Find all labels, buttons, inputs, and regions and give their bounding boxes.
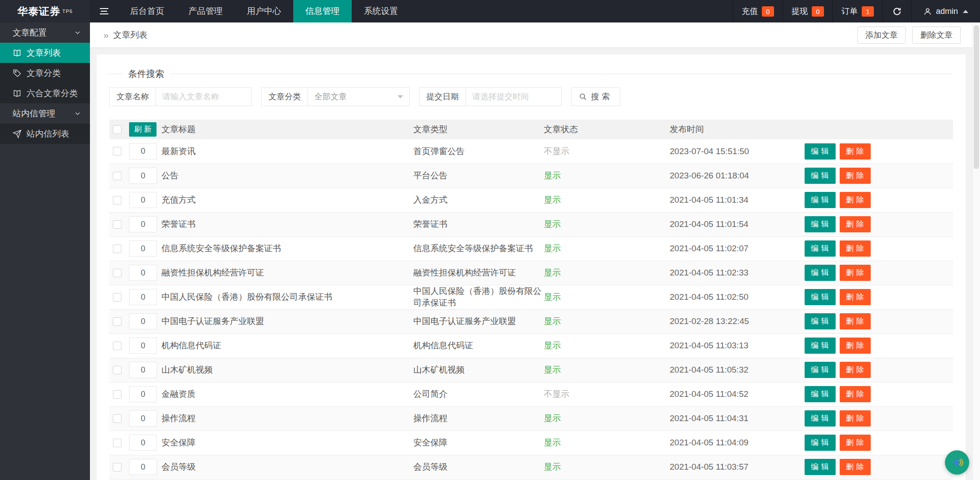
edit-button[interactable]: 编辑	[805, 435, 836, 451]
edit-button[interactable]: 编辑	[805, 240, 836, 257]
article-status-toggle[interactable]: 不显示	[544, 382, 670, 406]
row-checkbox[interactable]	[113, 390, 121, 399]
sort-order-input[interactable]	[129, 289, 157, 305]
page-scrollbar[interactable]	[972, 22, 980, 480]
nav-item-home[interactable]: 后台首页	[118, 0, 176, 22]
sort-order-input[interactable]	[129, 362, 157, 378]
sort-order-input[interactable]	[129, 386, 157, 402]
add-article-button[interactable]: 添加文章	[857, 27, 906, 44]
article-status-toggle[interactable]: 显示	[544, 212, 670, 236]
edit-button[interactable]: 编辑	[805, 168, 836, 184]
row-checkbox[interactable]	[113, 366, 121, 374]
nav-item-users[interactable]: 用户中心	[235, 0, 293, 22]
delete-button[interactable]: 删除	[840, 435, 871, 451]
article-title: 机构信息代码证	[161, 333, 413, 358]
sort-order-input[interactable]	[129, 410, 157, 427]
article-status-toggle[interactable]: 显示	[544, 261, 670, 285]
sort-order-input[interactable]	[129, 192, 157, 208]
row-checkbox[interactable]	[113, 463, 121, 471]
sidebar-item-article-category[interactable]: 文章分类	[0, 63, 90, 83]
select-all-checkbox[interactable]	[113, 125, 121, 134]
delete-button[interactable]: 删除	[840, 192, 871, 208]
delete-button[interactable]: 删除	[840, 338, 871, 354]
sidebar-item-message-list[interactable]: 站内信列表	[0, 124, 90, 144]
delete-button[interactable]: 删除	[840, 459, 871, 475]
header-stat-withdraw[interactable]: 提现0	[783, 0, 832, 22]
delete-button[interactable]: 删除	[840, 265, 871, 281]
article-status-toggle[interactable]: 显示	[544, 164, 670, 188]
edit-button[interactable]: 编辑	[805, 410, 836, 427]
row-checkbox[interactable]	[113, 244, 121, 253]
edit-button[interactable]: 编辑	[805, 216, 836, 232]
nav-item-info[interactable]: 信息管理	[293, 0, 352, 22]
sidebar-item-article-list[interactable]: 文章列表	[0, 43, 90, 63]
row-checkbox[interactable]	[113, 172, 121, 180]
article-status-toggle[interactable]: 显示	[544, 406, 670, 431]
row-checkbox[interactable]	[113, 147, 121, 156]
delete-button[interactable]: 删除	[840, 168, 871, 184]
edit-button[interactable]: 编辑	[805, 338, 836, 354]
sidebar-toggle-icon[interactable]	[90, 0, 118, 22]
article-status-toggle[interactable]: 显示	[544, 285, 670, 309]
article-category-select[interactable]: 全部文章	[308, 88, 409, 106]
row-checkbox[interactable]	[113, 196, 121, 204]
sort-order-input[interactable]	[129, 168, 157, 184]
edit-button[interactable]: 编辑	[805, 386, 836, 402]
row-checkbox[interactable]	[113, 220, 121, 229]
article-status-toggle[interactable]: 显示	[544, 431, 670, 455]
article-status-toggle[interactable]: 不显示	[544, 139, 670, 164]
article-status-toggle[interactable]: 显示	[544, 309, 670, 333]
edit-button[interactable]: 编辑	[805, 192, 836, 208]
delete-button[interactable]: 删除	[840, 313, 871, 329]
delete-button[interactable]: 删除	[840, 410, 871, 427]
top-header: 华泰证券TP6 后台首页产品管理用户中心信息管理系统设置 充值0提现0订单1 a…	[0, 0, 980, 22]
row-checkbox[interactable]	[113, 293, 121, 302]
sort-order-input[interactable]	[129, 313, 157, 329]
header-stat-recharge[interactable]: 充值0	[733, 0, 783, 22]
edit-button[interactable]: 编辑	[805, 459, 836, 475]
sort-order-input[interactable]	[129, 338, 157, 354]
refresh-table-button[interactable]: 刷新	[129, 122, 157, 137]
announcement-audio-button[interactable]	[945, 450, 969, 475]
delete-article-button[interactable]: 删除文章	[912, 27, 961, 44]
refresh-icon[interactable]	[882, 0, 911, 22]
sidebar-item-liuhe-article-category[interactable]: 六合文章分类	[0, 83, 90, 103]
sort-order-input[interactable]	[129, 216, 157, 232]
sort-order-input[interactable]	[129, 143, 157, 160]
sidebar-group-article-config[interactable]: 文章配置	[0, 22, 90, 43]
nav-item-settings[interactable]: 系统设置	[352, 0, 410, 22]
edit-button[interactable]: 编辑	[805, 313, 836, 329]
edit-button[interactable]: 编辑	[805, 265, 836, 281]
edit-button[interactable]: 编辑	[805, 289, 836, 305]
row-checkbox[interactable]	[113, 342, 121, 350]
search-button[interactable]: 搜索	[571, 87, 620, 106]
article-status-toggle[interactable]: 显示	[544, 455, 670, 479]
sidebar-group-message[interactable]: 站内信管理	[0, 103, 90, 124]
article-status-toggle[interactable]: 显示	[544, 188, 670, 212]
delete-button[interactable]: 删除	[840, 216, 871, 232]
article-name-input[interactable]	[156, 88, 251, 106]
edit-button[interactable]: 编辑	[805, 362, 836, 378]
row-checkbox[interactable]	[113, 439, 121, 447]
delete-button[interactable]: 删除	[840, 386, 871, 402]
submit-date-input[interactable]	[466, 88, 561, 106]
header-stat-orders[interactable]: 订单1	[832, 0, 882, 22]
nav-item-products[interactable]: 产品管理	[176, 0, 235, 22]
edit-button[interactable]: 编辑	[805, 143, 836, 160]
article-status-toggle[interactable]: 显示	[544, 358, 670, 382]
sort-order-input[interactable]	[129, 459, 157, 475]
row-checkbox[interactable]	[113, 317, 121, 326]
scrollbar-thumb[interactable]	[974, 25, 979, 169]
delete-button[interactable]: 删除	[840, 289, 871, 305]
user-menu[interactable]: admin	[911, 0, 980, 22]
article-status-toggle[interactable]: 显示	[544, 236, 670, 261]
sort-order-input[interactable]	[129, 240, 157, 257]
article-status-toggle[interactable]: 显示	[544, 333, 670, 358]
delete-button[interactable]: 删除	[840, 143, 871, 160]
row-checkbox[interactable]	[113, 269, 121, 277]
sort-order-input[interactable]	[129, 435, 157, 451]
sort-order-input[interactable]	[129, 265, 157, 281]
row-checkbox[interactable]	[113, 414, 121, 423]
delete-button[interactable]: 删除	[840, 362, 871, 378]
delete-button[interactable]: 删除	[840, 240, 871, 257]
